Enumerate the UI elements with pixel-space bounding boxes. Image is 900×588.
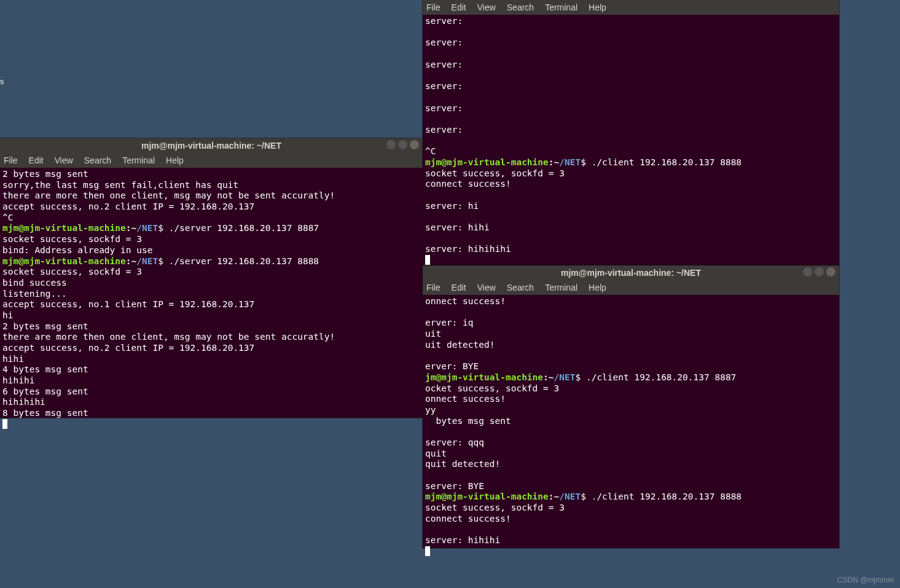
output-line: ocket success, sockfd = 3 [425,383,559,393]
output-line: socket success, sockfd = 3 [2,267,142,276]
output-line: server: hihihihi [425,244,511,254]
maximize-icon[interactable] [815,267,824,276]
prompt-dollar: $ [158,256,168,266]
titlebar[interactable]: mjm@mjm-virtual-machine: ~/NET [423,265,839,280]
prompt-path: /NET [554,372,576,382]
menu-terminal[interactable]: Terminal [122,153,155,168]
output-line: onnect success! [425,296,506,306]
prompt-tilde: ~ [549,372,554,382]
close-icon[interactable] [826,267,835,276]
output-line: erver: iq [425,318,474,327]
output-line: ^C [2,213,13,222]
terminal-window-client-bottom[interactable]: mjm@mjm-virtual-machine: ~/NET File Edit… [423,265,839,548]
menu-search[interactable]: Search [507,280,534,295]
prompt-colon: : [549,492,554,501]
terminal-window-server[interactable]: mjm@mjm-virtual-machine: ~/NET File Edit… [0,138,423,418]
prompt-dollar: $ [575,372,585,382]
desktop-fragment-text: s [0,77,4,86]
output-line: connect success! [425,179,511,189]
output-line: bytes msg sent [425,416,511,426]
output-line: server: hihihi [425,535,500,545]
menu-file[interactable]: File [426,0,440,15]
output-line: server: [425,81,468,91]
menu-search[interactable]: Search [84,153,111,168]
output-line: connect success! [425,514,511,523]
minimize-icon[interactable] [803,267,812,276]
menu-search[interactable]: Search [507,0,534,15]
output-line: server: [425,125,468,135]
output-line: yy [425,405,436,415]
menu-view[interactable]: View [477,280,496,295]
prompt-user: jm@mjm-virtual-machine [425,372,543,382]
menubar[interactable]: File Edit View Search Terminal Help [423,280,839,295]
menu-edit[interactable]: Edit [29,153,44,168]
prompt-dollar: $ [158,223,168,233]
cursor-icon [425,255,430,265]
watermark-text: CSDN @mjmmm [837,576,894,584]
output-line: ^C [425,146,436,156]
output-line: erver: BYE [425,361,479,371]
output-line: hihi [2,354,24,364]
minimize-icon[interactable] [386,140,396,149]
terminal-body[interactable]: onnect success! erver: iq uit uit detect… [423,295,839,559]
output-line: quit detected! [425,459,500,469]
menu-view[interactable]: View [55,153,73,168]
window-controls [386,140,419,149]
menu-file[interactable]: File [4,153,18,168]
menu-view[interactable]: View [477,0,496,15]
command-text: ./client 192.168.20.137 8887 [586,372,736,382]
prompt-user: mjm@mjm-virtual-machine [2,256,126,266]
prompt-tilde: ~ [554,492,560,501]
titlebar[interactable]: mjm@mjm-virtual-machine: ~/NET [0,138,423,153]
menu-help[interactable]: Help [589,0,606,15]
menu-help[interactable]: Help [589,280,606,295]
output-line: socket success, sockfd = 3 [425,503,565,512]
output-line: uit [425,329,441,339]
terminal-body[interactable]: server: server: server: server: server: … [423,15,839,267]
output-line: server: BYE [425,481,484,491]
prompt-tilde: ~ [554,157,560,167]
prompt-user: mjm@mjm-virtual-machine [2,223,126,233]
output-line: quit [425,449,447,458]
output-line: 2 bytes msg sent [2,169,88,179]
command-text: ./server 192.168.20.137 8888 [169,256,319,266]
command-text: ./client 192.168.20.137 8888 [592,492,742,501]
output-line: bind: Address already in use [2,245,152,255]
output-line: there are more then one client, msg may … [2,190,335,200]
output-line: server: hi [425,201,479,211]
maximize-icon[interactable] [398,140,407,149]
prompt-tilde: ~ [131,223,137,233]
output-line: server: [425,103,468,113]
output-line: 6 bytes msg sent [2,386,88,396]
prompt-dollar: $ [581,157,591,167]
output-line: socket success, sockfd = 3 [425,168,565,178]
output-line: accept success, no.1 client IP = 192.168… [2,299,254,309]
prompt-path: /NET [136,256,158,266]
prompt-path: /NET [559,157,581,167]
menu-edit[interactable]: Edit [452,280,466,295]
window-title: mjm@mjm-virtual-machine: ~/NET [561,268,701,278]
prompt-colon: : [543,372,549,382]
output-line: there are more then one client, msg may … [2,332,335,342]
menu-file[interactable]: File [426,280,440,295]
cursor-icon [425,546,430,556]
output-line: onnect success! [425,394,506,404]
window-title: mjm@mjm-virtual-machine: ~/NET [141,141,281,151]
prompt-path: /NET [136,223,158,233]
menu-terminal[interactable]: Terminal [545,280,577,295]
menu-terminal[interactable]: Terminal [545,0,577,15]
menu-help[interactable]: Help [166,153,184,168]
terminal-window-client-top[interactable]: File Edit View Search Terminal Help serv… [423,0,839,265]
close-icon[interactable] [410,140,419,149]
menu-edit[interactable]: Edit [452,0,466,15]
menubar[interactable]: File Edit View Search Terminal Help [0,153,423,168]
window-controls [803,267,835,276]
output-line: sorry,the last msg sent fail,client has … [2,180,238,190]
menubar[interactable]: File Edit View Search Terminal Help [423,0,839,15]
terminal-body[interactable]: 2 bytes msg sent sorry,the last msg sent… [0,168,423,431]
output-line: 4 bytes msg sent [2,364,88,374]
output-line: listening... [2,289,67,299]
command-text: ./client 192.168.20.137 8888 [592,157,742,167]
prompt-colon: : [126,256,131,266]
prompt-tilde: ~ [131,256,137,266]
